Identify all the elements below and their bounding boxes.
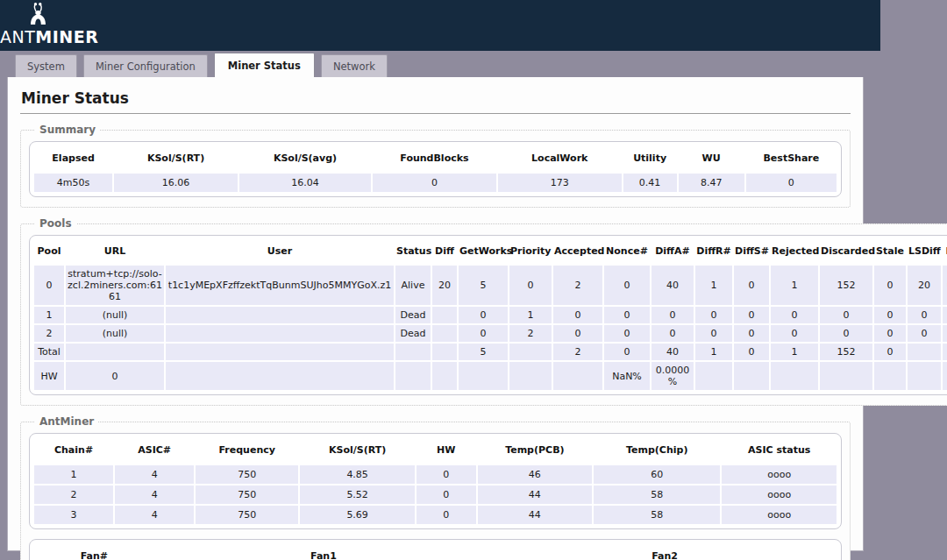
table-cell: 16.06 (114, 174, 238, 192)
table-cell: 0 (734, 325, 769, 342)
tab-system[interactable]: System (15, 54, 77, 77)
table-cell: 3 (34, 506, 113, 524)
table-cell (432, 344, 457, 360)
column-header: User (166, 240, 394, 264)
pools-table-wrap: PoolURLUserStatusDiffGetWorksPriorityAcc… (29, 235, 947, 395)
column-header: Fan2 (493, 544, 837, 560)
column-header: Stale (874, 240, 906, 264)
table-cell: 173 (498, 174, 622, 192)
column-header: Fan# (34, 544, 154, 560)
table-cell: 5 (459, 266, 508, 305)
brand-prefix: ANT (0, 27, 35, 46)
table-cell: HW (34, 362, 64, 390)
table-cell: 44 (478, 486, 593, 504)
table-cell: 0 (874, 325, 906, 342)
tab-bar: System Miner Configuration Miner Status … (0, 51, 880, 77)
table-row: 347505.6904458oooo (34, 506, 837, 524)
column-header: GetWorks (459, 240, 508, 264)
column-header: ASIC# (115, 438, 194, 464)
column-header: Diff (432, 240, 457, 264)
table-row: Total520401011520 (34, 344, 947, 360)
table-cell: 0 (820, 325, 872, 342)
table-cell: 0 (734, 266, 769, 305)
table-cell (820, 362, 872, 390)
pools-body: 0stratum+tcp://solo-zcl.2miners.com:6161… (34, 266, 947, 390)
fan-table: Fan#Fan1Fan2 Speed (r/min)5,6400 (32, 542, 838, 560)
table-row: 247505.5204458oooo (34, 486, 837, 504)
table-cell: 4 (115, 506, 194, 524)
chain-table: Chain#ASIC#FrequencyKSol/S(RT)HWTemp(PCB… (32, 436, 838, 526)
table-cell: 2 (34, 486, 113, 504)
ant-icon (25, 3, 52, 29)
summary-table-wrap: ElapsedKSol/S(RT)KSol/S(avg)FoundBlocksL… (29, 141, 842, 197)
column-header: DiffR# (695, 240, 732, 264)
table-cell: 46 (478, 465, 593, 484)
table-cell: Dead (395, 325, 431, 342)
table-cell: Total (34, 344, 64, 360)
column-header: BestShare (746, 146, 837, 172)
table-cell: 0 (874, 307, 906, 323)
table-cell: NaN% (604, 362, 650, 390)
tab-miner-status[interactable]: Miner Status (214, 53, 315, 77)
column-header: KSol/S(RT) (114, 146, 238, 172)
tab-network[interactable]: Network (321, 54, 388, 77)
table-cell: oooo (722, 506, 837, 524)
table-cell: 0:01:38 (943, 266, 947, 305)
table-cell: stratum+tcp://solo-zcl.2miners.com:6161 (66, 266, 164, 305)
table-cell: 0 (771, 325, 818, 342)
table-cell: 0 (943, 325, 947, 342)
table-cell: 0 (604, 344, 650, 360)
table-row: HW0NaN%0.0000% (34, 362, 947, 390)
table-cell: 1 (771, 266, 818, 305)
table-cell: 750 (196, 465, 298, 484)
column-header: LSTime (943, 240, 947, 264)
table-cell: 0 (771, 307, 818, 323)
pools-section: Pools PoolURLUserStatusDiffGetWorksPrior… (20, 217, 947, 406)
table-cell: 2 (509, 325, 552, 342)
table-cell (66, 344, 164, 360)
table-cell: 152 (820, 266, 872, 305)
tab-miner-configuration[interactable]: Miner Configuration (83, 54, 208, 77)
table-cell: 0 (908, 325, 941, 342)
chain-table-wrap: Chain#ASIC#FrequencyKSol/S(RT)HWTemp(PCB… (29, 433, 842, 529)
table-cell: 0 (604, 325, 650, 342)
column-header: Temp(Chip) (594, 438, 720, 464)
table-row: 1(null)Dead010000000000 (34, 307, 947, 323)
table-cell: 0 (417, 486, 476, 504)
table-cell: 0 (943, 307, 947, 323)
table-cell: (null) (66, 325, 164, 342)
table-cell (509, 362, 552, 390)
table-cell: 8.47 (679, 174, 744, 192)
table-cell (395, 362, 431, 390)
column-header: Temp(PCB) (478, 438, 593, 464)
column-header: KSol/S(RT) (300, 438, 415, 464)
column-header: Pool (34, 240, 64, 264)
column-header: Elapsed (34, 146, 112, 172)
app-header: ANTMINER (0, 0, 880, 51)
fan-header-row: Fan#Fan1Fan2 (34, 544, 837, 560)
table-cell: 0 (459, 307, 508, 323)
table-cell (166, 344, 394, 360)
table-cell: 1 (695, 344, 732, 360)
table-cell (771, 362, 818, 390)
column-header: Chain# (34, 438, 113, 464)
table-cell: 0 (66, 362, 164, 390)
column-header: ASIC status (722, 438, 837, 464)
table-cell: 0 (34, 266, 64, 305)
table-cell: t1c1yMEpXFzffzektTqBunmSUJho5MMYGoX.z1 (166, 266, 394, 305)
table-cell: 0 (604, 266, 650, 305)
table-cell: 0.41 (623, 174, 677, 192)
page-title: Miner Status (21, 89, 851, 107)
table-row: 4m50s16.0616.0401730.418.470 (34, 174, 837, 192)
table-cell (874, 362, 906, 390)
table-cell: 4 (115, 465, 194, 484)
table-row: 0stratum+tcp://solo-zcl.2miners.com:6161… (34, 266, 947, 305)
table-cell: 5.69 (300, 506, 415, 524)
table-cell (908, 344, 941, 360)
column-header: Status (395, 240, 431, 264)
table-cell: 0 (746, 174, 837, 192)
table-cell: 4 (115, 486, 194, 504)
table-cell (509, 344, 552, 360)
column-header: Fan1 (156, 544, 492, 560)
table-cell: 20 (432, 266, 457, 305)
